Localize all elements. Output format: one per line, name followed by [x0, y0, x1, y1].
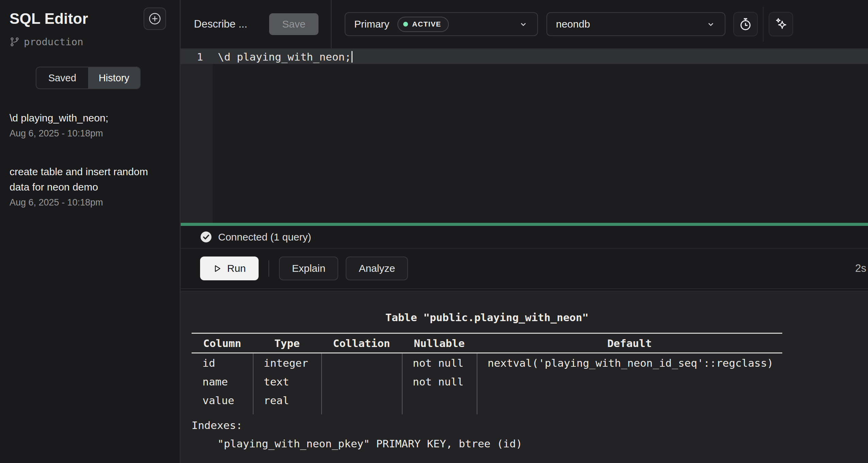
- stopwatch-icon: [738, 17, 753, 32]
- explain-button[interactable]: Explain: [279, 257, 338, 280]
- indexes-label: Indexes:: [192, 420, 868, 431]
- sql-code-editor[interactable]: 1 \d playing_with_neon;: [181, 49, 868, 223]
- sidebar: SQL Editor: [0, 0, 181, 463]
- git-branch-icon: [10, 37, 20, 47]
- active-dot-icon: [403, 22, 408, 27]
- describe-table-output: Table "public.playing_with_neon" Column …: [192, 312, 782, 414]
- column-header: Collation: [321, 337, 402, 349]
- cell-type: text: [253, 376, 321, 388]
- status-badge-label: ACTIVE: [412, 20, 441, 28]
- chevron-down-icon: [518, 19, 528, 29]
- editor-gutter: [181, 49, 213, 223]
- connection-controls: Primary ACTIVE neondb: [332, 0, 868, 48]
- database-select-value: neondb: [556, 18, 590, 30]
- save-button[interactable]: Save: [269, 13, 318, 35]
- line-number: 1: [181, 51, 213, 63]
- query-toolbar: Describe ... Save Primary ACTIVE neondb: [181, 0, 868, 49]
- query-title-input[interactable]: Describe ...: [194, 18, 247, 30]
- column-separator: [321, 353, 322, 414]
- branch-select[interactable]: Primary ACTIVE: [345, 12, 538, 36]
- query-duration: 2s: [855, 262, 868, 275]
- column-separator: [402, 353, 403, 414]
- table-row: id integer not null nextval('playing_wit…: [192, 353, 782, 372]
- cell-type: real: [253, 394, 321, 407]
- table-row: value real: [192, 391, 782, 410]
- sidebar-header: SQL Editor: [10, 7, 180, 30]
- tab-history[interactable]: History: [88, 67, 140, 88]
- result-table-body: id integer not null nextval('playing_wit…: [192, 353, 782, 414]
- table-row: name text not null: [192, 372, 782, 391]
- new-query-button[interactable]: [144, 7, 166, 30]
- result-table-header: Column Type Collation Nullable Default: [192, 334, 782, 352]
- cell-column: id: [192, 357, 253, 369]
- cell-nullable: not null: [402, 376, 477, 388]
- code-text: \d playing_with_neon;: [213, 51, 353, 63]
- history-item-timestamp: Aug 6, 2025 - 10:18pm: [10, 128, 163, 139]
- branch-select-value: Primary: [354, 18, 389, 30]
- status-badge: ACTIVE: [397, 17, 448, 32]
- column-separator: [253, 353, 253, 414]
- toolbar-divider: [763, 7, 764, 42]
- branch-indicator: production: [10, 36, 180, 48]
- chevron-down-icon: [706, 19, 716, 29]
- cell-default: nextval('playing_with_neon_id_seq'::regc…: [477, 357, 782, 369]
- run-button[interactable]: Run: [200, 257, 259, 280]
- tab-saved[interactable]: Saved: [36, 67, 88, 88]
- connection-status-text: Connected (1 query): [218, 231, 311, 243]
- cell-nullable: not null: [402, 357, 477, 369]
- query-title-group: Describe ... Save: [181, 0, 331, 48]
- results-panel: Table "public.playing_with_neon" Column …: [181, 291, 868, 463]
- index-definition: "playing_with_neon_pkey" PRIMARY KEY, bt…: [192, 437, 868, 450]
- history-list: \d playing_with_neon; Aug 6, 2025 - 10:1…: [10, 110, 180, 208]
- history-item[interactable]: create table and insert random data for …: [10, 164, 163, 208]
- analyze-button[interactable]: Analyze: [346, 257, 408, 280]
- cell-type: integer: [253, 357, 321, 369]
- check-circle-icon: [200, 231, 212, 243]
- query-progress-bar: [181, 223, 868, 226]
- column-header: Nullable: [402, 337, 477, 349]
- column-header: Column: [192, 337, 253, 349]
- column-header: Type: [253, 337, 321, 349]
- plus-circle-icon: [148, 12, 162, 26]
- ai-assist-button[interactable]: [769, 12, 793, 36]
- database-select[interactable]: neondb: [546, 12, 725, 36]
- result-table-title: Table "public.playing_with_neon": [192, 312, 782, 323]
- cell-column: name: [192, 376, 253, 388]
- sparkle-icon: [773, 16, 789, 32]
- cell-column: value: [192, 394, 253, 407]
- play-icon: [213, 264, 222, 273]
- main-panel: Describe ... Save Primary ACTIVE neondb: [181, 0, 868, 463]
- history-item-title: \d playing_with_neon;: [10, 110, 163, 126]
- history-item-title: create table and insert random data for …: [10, 164, 163, 195]
- branch-name: production: [24, 36, 83, 48]
- text-cursor: [351, 51, 353, 63]
- sql-editor-app: SQL Editor: [0, 0, 868, 463]
- toolbar-divider: [268, 260, 269, 277]
- connection-status-bar: Connected (1 query): [181, 226, 868, 249]
- column-separator: [477, 353, 477, 414]
- editor-active-line: 1 \d playing_with_neon;: [181, 49, 868, 64]
- history-item-timestamp: Aug 6, 2025 - 10:18pm: [10, 197, 163, 208]
- column-header: Default: [477, 337, 782, 349]
- query-history-timer-button[interactable]: [733, 12, 758, 36]
- history-item[interactable]: \d playing_with_neon; Aug 6, 2025 - 10:1…: [10, 110, 163, 139]
- saved-history-tabs: Saved History: [36, 67, 141, 89]
- page-title: SQL Editor: [10, 7, 88, 27]
- actions-toolbar: Run Explain Analyze 2s: [181, 249, 868, 289]
- run-button-label: Run: [227, 263, 246, 274]
